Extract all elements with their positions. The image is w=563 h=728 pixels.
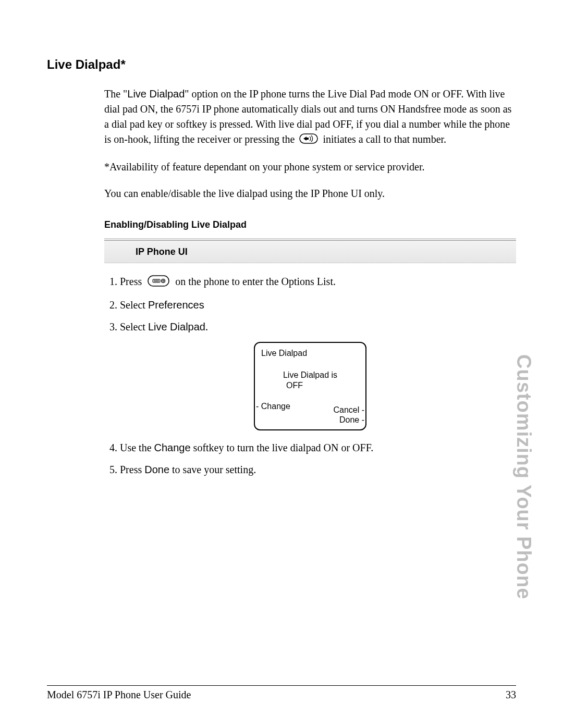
steps-list: Press on the phone to enter the Options … — [104, 274, 516, 477]
svg-rect-2 — [307, 138, 309, 140]
phone-cancel-softkey: Cancel - — [333, 405, 364, 415]
footer-page-number: 33 — [506, 689, 516, 701]
phone-status-line2: OFF — [286, 380, 359, 391]
phone-status-line1: Live Dialpad is — [283, 371, 337, 379]
step-5: Press Done to save your setting. — [120, 462, 516, 477]
phone-bottom-softkeys: Cancel - Done - — [333, 405, 364, 425]
step-2: Select Preferences — [120, 297, 516, 313]
ui-banner: IP Phone UI — [104, 241, 516, 263]
step-4-text-a: Use the — [120, 442, 154, 453]
subsection-heading: Enabling/Disabling Live Dialpad — [104, 218, 516, 231]
step-5-term: Done — [144, 464, 169, 475]
body-block: The "Live Dialpad" option on the IP phon… — [104, 87, 516, 477]
phone-screen-figure: Live Dialpad Live Dialpad is OFF - Chang… — [104, 342, 516, 430]
step-4: Use the Change softkey to turn the live … — [120, 440, 516, 455]
step-1: Press on the phone to enter the Options … — [120, 274, 516, 290]
step-2-text-a: Select — [120, 299, 148, 311]
intro-prefix: The " — [104, 88, 127, 100]
step-3: Select Live Dialpad. Live Dialpad Live D… — [120, 319, 516, 430]
step-3-text-a: Select — [120, 321, 148, 332]
step-1-text-a: Press — [120, 276, 144, 287]
speaker-key-icon — [299, 133, 318, 148]
phone-screen-title: Live Dialpad — [261, 348, 359, 359]
step-2-term: Preferences — [148, 299, 204, 311]
footnote: *Availability of feature dependant on yo… — [104, 159, 516, 175]
intro-term: Live Dialpad — [127, 88, 185, 100]
step-5-text-b: to save your setting. — [169, 464, 256, 475]
section-side-label: Customizing Your Phone — [512, 354, 535, 599]
document-page: Live Dialpad* The "Live Dialpad" option … — [0, 0, 563, 728]
intro-paragraph: The "Live Dialpad" option on the IP phon… — [104, 87, 516, 148]
step-3-text-b: . — [205, 321, 208, 332]
note-paragraph: You can enable/disable the live dialpad … — [104, 186, 516, 201]
phone-done-softkey: Done - — [333, 415, 364, 425]
step-4-text-b: softkey to turn the live dialpad ON or O… — [191, 442, 374, 453]
page-footer: Model 6757i IP Phone User Guide 33 — [47, 685, 516, 701]
phone-screen-status: Live Dialpad is OFF — [261, 370, 359, 391]
step-1-text-b: on the phone to enter the Options List. — [175, 276, 336, 287]
ui-banner-wrap: IP Phone UI — [104, 239, 516, 263]
svg-rect-4 — [153, 279, 160, 282]
step-3-term: Live Dialpad — [148, 321, 205, 332]
step-4-term: Change — [154, 442, 191, 453]
step-5-text-a: Press — [120, 464, 144, 475]
phone-screen: Live Dialpad Live Dialpad is OFF - Chang… — [254, 342, 366, 430]
section-heading: Live Dialpad* — [47, 57, 516, 72]
options-key-icon — [148, 275, 169, 291]
footer-guide-title: Model 6757i IP Phone User Guide — [47, 689, 191, 701]
intro-after-icon: initiates a call to that number. — [323, 133, 446, 145]
